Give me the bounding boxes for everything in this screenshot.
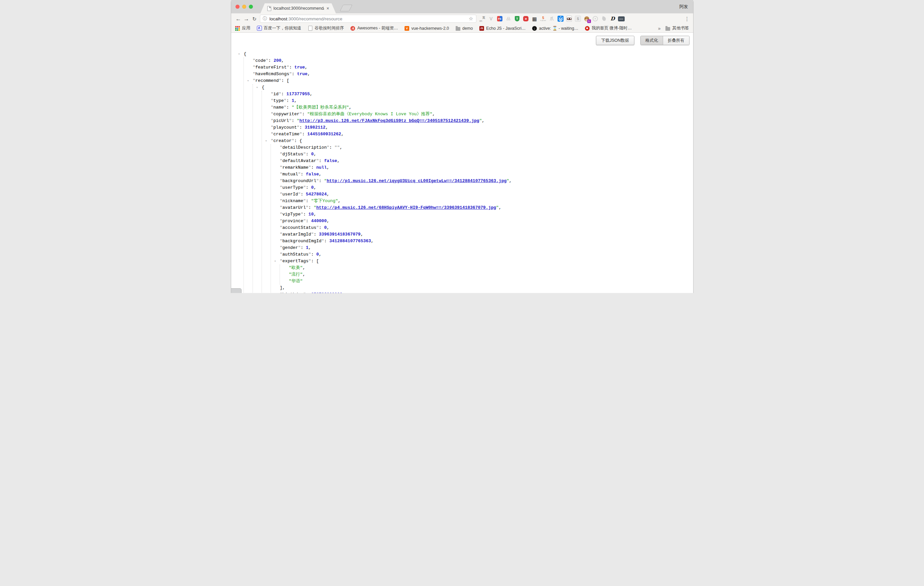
json-key: "mutual": (280, 172, 306, 177)
zoom-window-button[interactable] (249, 5, 253, 9)
json-key: "createTime": (271, 132, 307, 137)
s-extension-icon[interactable]: S (574, 15, 582, 22)
json-line: "流行", (231, 271, 693, 278)
json-punct: , (294, 98, 297, 103)
forward-icon[interactable]: → (243, 16, 251, 22)
json-line: "authStatus": 0, (231, 251, 693, 258)
bookmark-item[interactable]: ↓active: ⌛ - waiting… (532, 26, 578, 31)
json-punct: , (337, 158, 340, 163)
bookmark-item[interactable]: 应用 (235, 25, 251, 31)
url-bar[interactable]: ⓘ localhost:3000/recommend/resource ☆ (260, 15, 476, 23)
vue-devtools-icon[interactable]: V (488, 15, 495, 22)
json-link[interactable]: http://p4.music.126.net/68HSpiyAAVY-HI9-… (316, 205, 496, 210)
json-line: "remarkName": null, (231, 164, 693, 171)
collapse-toggle-icon[interactable]: ▼ (239, 51, 240, 58)
bookmark-item[interactable]: 爪百度一下，你就知道 (257, 25, 302, 31)
json-string: "【欧美男团】秒杀耳朵系列" (292, 105, 349, 110)
minimize-window-button[interactable] (242, 5, 246, 9)
page-info-icon[interactable]: ⓘ (263, 16, 267, 22)
json-punct: [ (316, 259, 319, 264)
json-key: "code": (253, 58, 274, 63)
weibo-visitor-icon[interactable] (592, 15, 599, 22)
password-manager-icon[interactable]: ••• (618, 15, 625, 22)
view-mode-group: 格式化 折叠所有 (640, 36, 690, 45)
paw-icon[interactable]: 爪 (548, 15, 556, 22)
qr-code-icon[interactable]: ▦ (531, 15, 538, 22)
profile-name[interactable]: 阿发 (680, 4, 688, 10)
bookmark-star-icon[interactable]: ☆ (469, 16, 473, 22)
json-link[interactable]: http://p3.music.126.net/FJAxNkFoq3dGiS9t… (299, 118, 479, 123)
json-key: "gender": (280, 245, 306, 250)
collapse-toggle-icon[interactable]: ▼ (275, 258, 276, 265)
browser-menu-icon[interactable]: ⋮ (685, 16, 690, 22)
browser-window: localhost:3000/recommend/re × 阿发 ← → ↻ ⓘ… (231, 0, 693, 293)
json-line: "defaultAvatar": false, (231, 158, 693, 164)
sitemap-icon[interactable]: 品 (505, 15, 512, 22)
json-punct: , (314, 185, 316, 190)
reload-icon[interactable]: ↻ (251, 17, 259, 21)
collapse-toggle-icon[interactable]: ▼ (266, 138, 267, 144)
bookmark-item[interactable]: demo (455, 26, 473, 31)
json-punct: , (319, 252, 322, 257)
json-key: "haveRcmdSongs": (253, 71, 297, 76)
other-bookmarks[interactable]: 其他书签 (665, 25, 689, 31)
url-path: :3000/recommend/resource (287, 17, 342, 21)
collapse-toggle-icon[interactable]: ▼ (248, 78, 249, 84)
folder-icon (665, 26, 670, 31)
bookmark-item[interactable]: JSEcho JS - JavaScri… (479, 26, 525, 31)
indent-guide (262, 91, 262, 293)
bookmark-item[interactable]: Vvue-hackernews-2.0 (404, 26, 449, 31)
translate-icon[interactable]: 英en (479, 15, 486, 22)
bookmark-item[interactable]: 我的首页 微博-随时… (584, 25, 632, 31)
json-value: 31982112 (305, 125, 325, 130)
json-key: "creator": (271, 138, 300, 143)
incognito-mask-icon[interactable] (566, 15, 573, 22)
tab-close-icon[interactable]: × (327, 6, 329, 11)
browser-tab[interactable]: localhost:3000/recommend/re × (261, 3, 336, 13)
json-punct: , (340, 145, 342, 150)
json-line: "userType": 0, (231, 185, 693, 191)
bird-icon[interactable] (601, 15, 608, 22)
bookmark-label: 百度一下，你就知道 (264, 25, 302, 31)
html5-player-icon[interactable]: 5PLAYER (540, 15, 547, 22)
bookmark-item[interactable]: AAwesomes - 前端资… (350, 25, 398, 31)
fast-forward-icon[interactable]: » (523, 15, 530, 22)
json-key: "vipType": (280, 212, 309, 217)
vue-icon: V (404, 26, 409, 31)
tampermonkey-icon[interactable]: T (514, 15, 521, 22)
json-line: "picUrl": "http://p3.music.126.net/FJAxN… (231, 117, 693, 124)
json-punct: , (325, 125, 328, 130)
close-window-button[interactable] (236, 5, 239, 9)
bookmark-label: 应用 (242, 25, 251, 31)
d-extension-icon[interactable]: D (609, 15, 616, 22)
json-link[interactable]: http://p1.music.126.net/iqygU3Uicq_cL00I… (327, 178, 507, 183)
json-value: null (316, 165, 327, 170)
json-value: 652723200000 (311, 292, 342, 293)
json-key: "name": (271, 105, 292, 110)
json-punct: ], (280, 285, 285, 291)
json-line: ▼{ (231, 84, 693, 91)
json-value: true (294, 65, 305, 70)
download-json-button[interactable]: 下载JSON数据 (596, 36, 634, 45)
json-key: "authStatus": (280, 252, 316, 257)
json-line: "id": 117377955, (231, 91, 693, 97)
json-line: "province": 440000, (231, 218, 693, 224)
json-key: "avatarUrl": (280, 205, 314, 210)
format-button[interactable]: 格式化 (641, 36, 663, 45)
bookmark-label: Awesomes - 前端资… (358, 25, 398, 31)
bookmark-item[interactable]: 谷歌按时间排序 (308, 25, 344, 31)
json-value: 0 (311, 152, 314, 157)
other-bookmarks-label: 其他书签 (672, 25, 689, 31)
bookmarks-overflow-chevron[interactable]: » (658, 26, 661, 31)
back-icon[interactable]: ← (234, 16, 243, 22)
collapse-toggle-icon[interactable]: ▼ (257, 84, 258, 91)
download-helper-icon[interactable] (557, 15, 564, 22)
json-line: "vipType": 10, (231, 211, 693, 218)
fe-toolbox-icon[interactable]: FE (497, 15, 503, 22)
monkey-icon[interactable]: 1 (583, 15, 590, 22)
json-punct: , (309, 245, 311, 250)
new-tab-button[interactable] (340, 5, 352, 12)
extension-badge: 1 (587, 19, 591, 23)
collapse-all-button[interactable]: 折叠所有 (663, 36, 689, 45)
bookmark-label: Echo JS - JavaScri… (486, 26, 525, 31)
